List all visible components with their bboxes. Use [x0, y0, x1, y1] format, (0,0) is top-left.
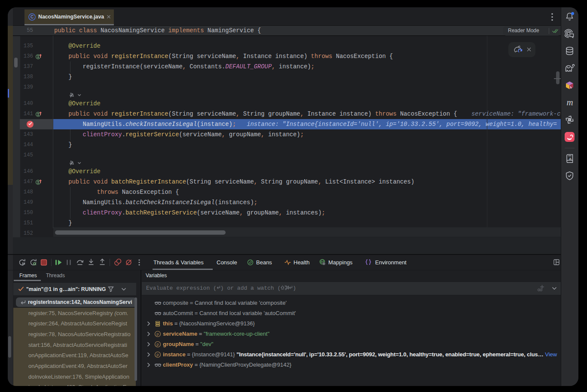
- svg-text:p: p: [156, 331, 159, 336]
- svg-text:C: C: [31, 15, 34, 19]
- svg-text:A: A: [569, 157, 572, 161]
- svg-text:p: p: [156, 342, 159, 346]
- svg-text:p: p: [156, 352, 159, 357]
